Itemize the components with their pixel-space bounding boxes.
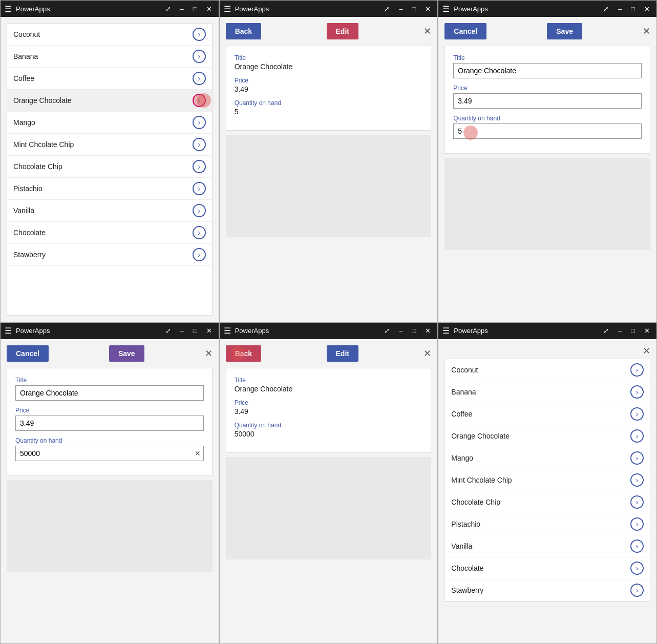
list-item[interactable]: Mango › [445,447,650,469]
item-arrow-btn[interactable]: › [630,385,644,399]
qty-input[interactable] [453,123,642,139]
clear-input-button[interactable]: ✕ [195,449,201,458]
item-arrow-btn[interactable]: › [630,517,644,531]
cancel-button[interactable]: Cancel [7,345,49,362]
price-input[interactable] [15,416,204,431]
list-item[interactable]: Stawberry › [7,244,212,266]
item-arrow-btn[interactable]: › [193,182,206,195]
list-item-orange-chocolate[interactable]: Orange Chocolate › [7,90,212,112]
title-field: Title [453,54,642,78]
list-item[interactable]: Pistachio › [7,178,212,200]
close-icon-button[interactable]: ✕ [423,26,431,37]
item-arrow-btn[interactable]: › [193,248,206,261]
expand-btn[interactable]: ⤢ [382,4,392,14]
list-item[interactable]: Pistachio › [445,513,650,535]
restore-btn[interactable]: □ [190,4,200,14]
edit-button[interactable]: Edit [327,23,358,39]
close-btn[interactable]: ✕ [422,326,433,336]
item-arrow-btn[interactable]: › [193,226,206,239]
close-btn[interactable]: ✕ [642,4,652,14]
expand-btn[interactable]: ⤢ [601,326,611,336]
minimize-btn[interactable]: – [616,326,624,336]
restore-btn[interactable]: □ [409,4,418,14]
hamburger-icon[interactable]: ☰ [5,326,12,336]
list-item[interactable]: Chocolate Chip › [7,156,212,178]
list-item[interactable]: Mint Chcolate Chip › [445,469,650,491]
restore-btn[interactable]: □ [409,326,418,336]
item-arrow-btn[interactable]: › [193,72,206,85]
titlebar-panel1: ☰ PowerApps ⤢ – □ ✕ [1,1,219,17]
price-input[interactable] [453,93,642,109]
close-list-button[interactable]: ✕ [643,345,650,357]
close-icon-button[interactable]: ✕ [643,26,650,37]
item-arrow-btn[interactable]: › [630,584,644,597]
minimize-btn[interactable]: – [178,326,186,336]
list-item[interactable]: Banana › [7,46,212,68]
save-button[interactable]: Save [109,345,144,362]
item-arrow-btn[interactable]: › [193,94,206,107]
cancel-button[interactable]: Cancel [444,23,486,39]
close-icon-button[interactable]: ✕ [423,348,431,359]
item-arrow-btn[interactable]: › [630,429,644,443]
hamburger-icon[interactable]: ☰ [442,4,450,14]
expand-btn[interactable]: ⤢ [382,326,392,336]
back-button[interactable]: Back [226,345,261,362]
edit-button[interactable]: Edit [327,345,358,362]
item-arrow-btn[interactable]: › [193,116,206,129]
title-input[interactable] [15,385,204,401]
title-input[interactable] [453,63,642,78]
expand-btn[interactable]: ⤢ [163,326,174,336]
item-arrow-btn[interactable]: › [193,50,206,63]
list-item[interactable]: Coconut › [7,24,212,46]
item-arrow-btn[interactable]: › [193,28,206,41]
close-btn[interactable]: ✕ [642,326,652,336]
list-item[interactable]: Coffee › [7,68,212,90]
list-item[interactable]: Vanilla › [7,200,212,222]
hamburger-icon[interactable]: ☰ [442,326,450,336]
panel6-content: ✕ Coconut › Banana › Coffee › Orange Cho… [438,339,656,644]
list-item[interactable]: Chocolate Chip › [445,491,650,513]
qty-input[interactable] [15,446,204,461]
save-button[interactable]: Save [547,23,582,39]
list-item[interactable]: Vanilla › [445,535,650,557]
list-item[interactable]: Coconut › [445,359,650,381]
hamburger-icon[interactable]: ☰ [224,326,231,336]
title-field-label: Title [235,377,423,384]
minimize-btn[interactable]: – [396,4,405,14]
list-item[interactable]: Coffee › [445,403,650,425]
list-item[interactable]: Chocolate › [7,222,212,244]
minimize-btn[interactable]: – [178,4,186,14]
list-item[interactable]: Mango › [7,112,212,134]
minimize-btn[interactable]: – [396,326,405,336]
close-icon-button[interactable]: ✕ [205,348,213,359]
item-arrow-btn[interactable]: › [193,204,206,217]
list-item[interactable]: Mint Chcolate Chip › [7,134,212,156]
expand-btn[interactable]: ⤢ [601,4,611,14]
hamburger-icon[interactable]: ☰ [5,4,12,14]
list-item[interactable]: Banana › [445,381,650,403]
close-btn[interactable]: ✕ [204,4,215,14]
minimize-btn[interactable]: – [616,4,624,14]
item-arrow-btn[interactable]: › [630,363,644,377]
restore-btn[interactable]: □ [190,326,200,336]
item-arrow-btn[interactable]: › [630,407,644,421]
restore-btn[interactable]: □ [628,4,638,14]
back-button[interactable]: Back [226,23,261,39]
list-item[interactable]: Orange Chocolate › [445,425,650,447]
item-arrow-btn[interactable]: › [630,473,644,487]
hamburger-icon[interactable]: ☰ [224,4,231,14]
close-btn[interactable]: ✕ [422,4,433,14]
list-item[interactable]: Stawberry › [445,579,650,601]
list-item[interactable]: Chocolate › [445,557,650,579]
item-arrow-btn[interactable]: › [193,160,206,173]
item-arrow-btn[interactable]: › [630,539,644,553]
price-field-label: Price [235,77,423,84]
expand-btn[interactable]: ⤢ [163,4,174,14]
item-arrow-btn[interactable]: › [630,562,644,575]
price-field-value: 3.49 [235,407,423,416]
item-arrow-btn[interactable]: › [630,451,644,465]
close-btn[interactable]: ✕ [204,326,215,336]
restore-btn[interactable]: □ [628,326,638,336]
item-arrow-btn[interactable]: › [630,495,644,509]
item-arrow-btn[interactable]: › [193,138,206,151]
